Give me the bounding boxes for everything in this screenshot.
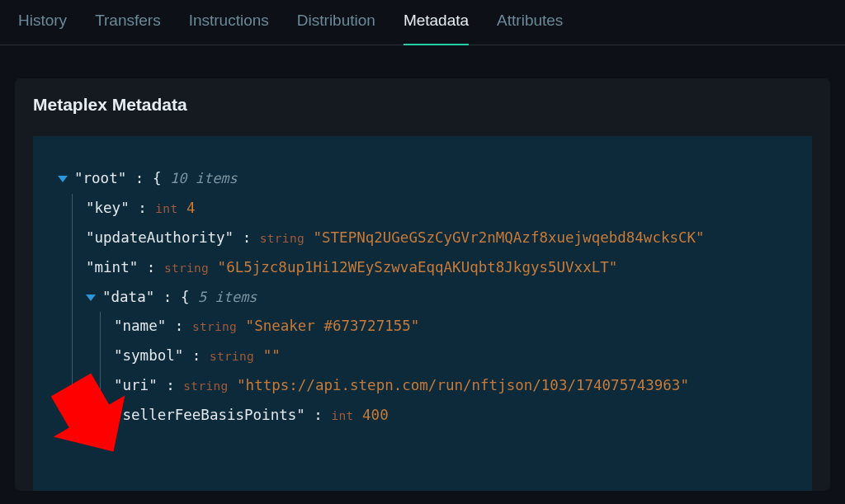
json-node-root[interactable]: "root" : { 10 items [58,164,787,194]
json-value: https://api.stepn.com/run/nftjson/103/17… [246,377,681,393]
json-viewer[interactable]: "root" : { 10 items "key" : int 4 "updat… [33,136,812,491]
json-node-uri[interactable]: "uri" : string "https://api.stepn.com/ru… [58,371,787,401]
tab-metadata[interactable]: Metadata [404,12,469,45]
json-node-mint[interactable]: "mint" : string "6L5jzc8up1Hi12WEySzwvaE… [58,253,787,283]
metadata-panel: Metaplex Metadata "root" : { 10 items "k… [15,78,830,491]
json-value: 6L5jzc8up1Hi12WEySzwvaEqqAKUqbt8Jkgys5UV… [226,259,609,276]
json-tree: "root" : { 10 items "key" : int 4 "updat… [58,164,787,431]
tab-attributes[interactable]: Attributes [497,12,563,45]
json-node-sellerfeebasispoints[interactable]: "sellerFeeBasisPoints" : int 400 [58,401,787,431]
panel-title: Metaplex Metadata [15,78,830,136]
json-node-key[interactable]: "key" : int 4 [58,194,787,224]
json-value: 4 [186,200,196,216]
json-node-updateauthority[interactable]: "updateAuthority" : string "STEPNq2UGeGS… [58,224,787,253]
json-item-count: 5 items [198,289,257,305]
json-node-data[interactable]: "data" : { 5 items [58,283,787,313]
tab-instructions[interactable]: Instructions [189,12,269,45]
json-key: root [83,170,118,186]
json-node-symbol[interactable]: "symbol" : string "" [58,341,787,371]
json-value: STEPNq2UGeGSzCyGVr2nMQAzf8xuejwqebd84wck… [322,229,696,246]
json-value: 400 [362,407,389,423]
json-item-count: 10 items [170,170,238,186]
tab-distribution[interactable]: Distribution [297,12,375,45]
tab-transfers[interactable]: Transfers [95,12,161,45]
json-value: Sneaker #673727155 [254,318,411,334]
tab-bar: History Transfers Instructions Distribut… [0,0,845,45]
caret-down-icon[interactable] [86,294,96,301]
caret-down-icon[interactable] [58,176,68,182]
tab-history[interactable]: History [18,12,67,45]
json-node-name[interactable]: "name" : string "Sneaker #673727155" [58,312,787,341]
